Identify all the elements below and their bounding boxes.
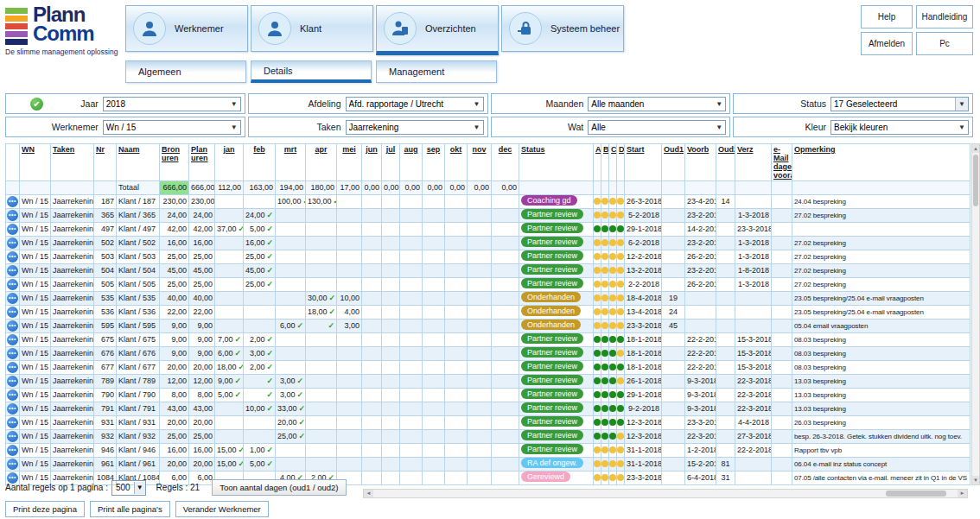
- col-header-b[interactable]: B: [601, 144, 609, 181]
- col-header-opmerking[interactable]: Opmerking: [792, 144, 970, 181]
- col-header-c[interactable]: C: [609, 144, 617, 181]
- table-row: •••Wn / 15Jaarrekening504Klant / 50445,0…: [6, 263, 970, 277]
- row-detail-button[interactable]: •••: [7, 279, 18, 290]
- col-header-apr[interactable]: apr: [306, 144, 337, 181]
- row-detail-button[interactable]: •••: [7, 417, 18, 428]
- change-employee-button[interactable]: Verander Werknemer: [175, 501, 269, 517]
- check-icon: ✓: [265, 404, 274, 413]
- col-header-mei[interactable]: mei: [337, 144, 362, 181]
- status-dot-icon: [617, 281, 624, 288]
- row-detail-button[interactable]: •••: [7, 251, 18, 263]
- cell-status: Partner review: [519, 402, 594, 415]
- col-header-verz[interactable]: Verz: [735, 144, 772, 181]
- cell-month-nov: [468, 415, 492, 429]
- taken-select[interactable]: Jaarrekening▼: [346, 120, 484, 135]
- horizontal-scrollbar[interactable]: ◄ ►: [363, 489, 968, 498]
- col-header-feb[interactable]: feb: [244, 144, 276, 181]
- print-all-button[interactable]: Print alle pagina's: [90, 501, 170, 517]
- row-detail-button[interactable]: •••: [7, 362, 18, 373]
- nav-overzichten[interactable]: Overzichten: [376, 5, 499, 55]
- scroll-up-icon[interactable]: ▲: [972, 144, 979, 153]
- col-header-wn[interactable]: WN: [20, 144, 51, 181]
- scroll-right-icon[interactable]: ►: [958, 490, 967, 497]
- col-header-naam[interactable]: Naam: [117, 144, 160, 181]
- col-header-nr[interactable]: Nr: [94, 144, 117, 181]
- row-detail-button[interactable]: •••: [7, 334, 18, 345]
- jaar-select[interactable]: 2018▼: [103, 97, 241, 111]
- col-header-okt[interactable]: okt: [445, 144, 468, 181]
- row-detail-button[interactable]: •••: [7, 389, 18, 401]
- col-header-aug[interactable]: aug: [400, 144, 423, 181]
- vertical-scroll-thumb[interactable]: [973, 155, 978, 206]
- tab-algemeen[interactable]: Algemeen: [125, 60, 246, 83]
- row-detail-button[interactable]: •••: [7, 320, 18, 332]
- apply-filters-icon[interactable]: ✔: [30, 98, 43, 111]
- row-detail-button[interactable]: •••: [7, 196, 18, 207]
- col-header-jul[interactable]: jul: [382, 144, 400, 181]
- scroll-down-icon[interactable]: ▼: [972, 476, 979, 484]
- col-header-plan-uren[interactable]: Plan uren: [189, 144, 215, 181]
- row-detail-button[interactable]: •••: [7, 403, 18, 415]
- col-header-voorb[interactable]: Voorb: [685, 144, 716, 181]
- rows-per-page-select[interactable]: 500 ▼: [111, 480, 146, 496]
- row-detail-button[interactable]: •••: [7, 459, 18, 470]
- cell-start: 5-2-2018: [625, 208, 662, 222]
- row-detail-button[interactable]: •••: [7, 293, 18, 304]
- col-header-taken[interactable]: Taken: [51, 144, 94, 181]
- nav-klant[interactable]: Klant: [251, 5, 373, 52]
- col-header-start[interactable]: Start: [625, 144, 662, 181]
- afmelden-button[interactable]: Afmelden: [861, 32, 913, 55]
- col-header-oud2[interactable]: Oud2: [716, 144, 735, 181]
- afdeling-select[interactable]: Afd. rapportage / Utrecht▼: [346, 97, 484, 111]
- row-detail-button[interactable]: •••: [7, 224, 18, 235]
- row-detail-button[interactable]: •••: [7, 431, 18, 442]
- row-detail-button[interactable]: •••: [7, 210, 18, 221]
- tab-management[interactable]: Management: [376, 60, 497, 83]
- check-icon: ✓: [265, 211, 274, 219]
- row-detail-button[interactable]: •••: [7, 445, 18, 456]
- totals-month-jan: 112,00: [215, 180, 244, 194]
- vertical-scrollbar[interactable]: ▲ ▼: [971, 143, 980, 485]
- col-header-dec[interactable]: dec: [492, 144, 519, 181]
- cell-month-jan: [215, 291, 244, 305]
- row-detail-button[interactable]: •••: [7, 307, 18, 318]
- werknemer-select[interactable]: Wn / 15▼: [103, 120, 241, 135]
- row-detail-button[interactable]: •••: [7, 348, 18, 359]
- row-detail-button[interactable]: •••: [7, 237, 18, 249]
- scroll-left-icon[interactable]: ◄: [364, 490, 373, 497]
- help-button[interactable]: Help: [861, 5, 913, 28]
- col-header-sep[interactable]: sep: [423, 144, 445, 181]
- col-header-jun[interactable]: jun: [362, 144, 382, 181]
- row-detail-cell: •••: [6, 360, 20, 374]
- cell-plan-uren: 40,00: [189, 291, 215, 305]
- print-page-button[interactable]: Print deze pagina: [5, 501, 85, 517]
- row-detail-button[interactable]: •••: [7, 376, 18, 387]
- col-header-nov[interactable]: nov: [468, 144, 492, 181]
- nav-systeem-beheer[interactable]: Systeem beheer: [501, 5, 624, 52]
- col-header-mrt[interactable]: mrt: [276, 144, 306, 181]
- cell-plan-uren: 230,00: [189, 194, 215, 208]
- tab-details[interactable]: Details: [251, 60, 372, 83]
- handleiding-button[interactable]: Handleiding: [916, 5, 973, 28]
- nav-werknemer[interactable]: Werknemer: [125, 5, 248, 52]
- row-detail-button[interactable]: •••: [7, 265, 18, 276]
- col-header-bron-uren[interactable]: Bron uren: [160, 144, 189, 181]
- wat-select[interactable]: Alle▼: [588, 120, 726, 135]
- col-header-oud1[interactable]: Oud1: [662, 144, 685, 181]
- col-header-a[interactable]: A: [594, 144, 601, 181]
- kleur-select[interactable]: Bekijk kleuren▼: [830, 120, 969, 135]
- totals-month-sep: 0,00: [423, 180, 445, 194]
- col-header-status[interactable]: Status: [519, 144, 594, 181]
- toggle-days-button[interactable]: Toon aantal dagen (oud1 / oud2): [212, 479, 346, 496]
- col-header-d[interactable]: D: [617, 144, 625, 181]
- cell-month-dec: [492, 346, 519, 360]
- maanden-select[interactable]: Alle maanden▼: [588, 97, 726, 111]
- col-header-jan[interactable]: jan: [215, 144, 244, 181]
- cell-month-jun: [362, 194, 382, 208]
- pc-button[interactable]: Pc: [916, 32, 973, 55]
- cell-email-dagen-vooraf: [772, 374, 792, 388]
- col-header-e-mail-dagen-vooraf[interactable]: e-Mail dagen vooraf: [772, 144, 792, 181]
- status-select[interactable]: 17 Geselecteerd▼: [830, 97, 969, 111]
- horizontal-scroll-thumb[interactable]: [886, 491, 946, 497]
- cell-opmerking: 23.05 bespreking/25.04 e-mail vraagposte…: [792, 305, 970, 319]
